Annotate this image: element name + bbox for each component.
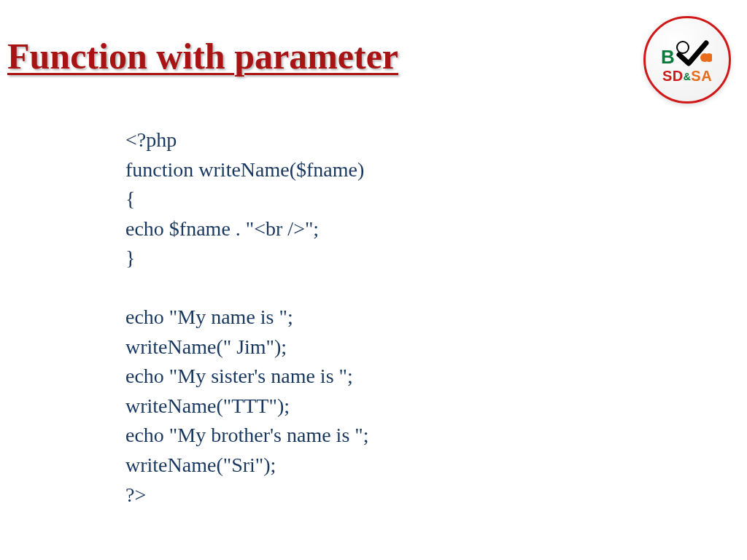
code-line-11: writeName("Sri");: [125, 451, 369, 481]
code-line-10: echo "My brother's name is ";: [125, 421, 369, 451]
logo-text-amp: &: [684, 71, 692, 82]
svg-point-0: [677, 42, 689, 53]
checkmark-icon: [676, 39, 712, 68]
logo-top-graphic: B: [658, 40, 716, 69]
code-line-12: ?>: [125, 481, 369, 510]
blank-line: [125, 273, 369, 303]
code-line-8: echo "My sister's name is ";: [125, 362, 369, 392]
code-line-1: <?php: [125, 125, 369, 155]
code-line-2: function writeName($fname): [125, 155, 369, 185]
logo-text-sd: SD: [662, 68, 684, 84]
code-line-3: {: [125, 184, 369, 214]
code-line-5: }: [125, 244, 369, 273]
code-line-9: writeName("TTT");: [125, 392, 369, 421]
slide-title: Function with parameter: [7, 35, 398, 77]
logo-text: SD&SA: [662, 68, 712, 85]
code-line-6: echo "My name is ";: [125, 303, 369, 332]
code-line-4: echo $fname . "<br />";: [125, 214, 369, 244]
logo-badge: B SD&SA: [643, 16, 731, 104]
code-block: <?php function writeName($fname) { echo …: [125, 125, 369, 510]
logo-letter-b: B: [661, 46, 675, 69]
logo-text-sa: SA: [691, 68, 712, 84]
code-line-7: writeName(" Jim");: [125, 332, 369, 362]
